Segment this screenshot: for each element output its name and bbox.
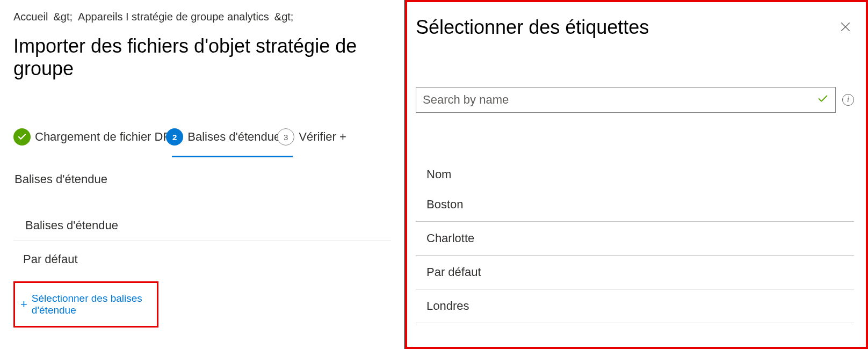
main-content: Accueil &gt; Appareils I stratégie de gr…: [0, 0, 406, 349]
tag-item[interactable]: Charlotte: [416, 222, 854, 256]
tag-item[interactable]: Londres: [416, 289, 854, 323]
step-file-upload[interactable]: Chargement de fichier DPO: [13, 128, 180, 146]
tag-list-header-name: Nom: [416, 161, 854, 188]
step-number-icon: 3: [277, 128, 294, 146]
page-title: Importer des fichiers d'objet stratégie …: [13, 35, 391, 80]
breadcrumb: Accueil &gt; Appareils I stratégie de gr…: [13, 11, 391, 23]
close-button[interactable]: [837, 18, 854, 35]
tag-item[interactable]: Par défaut: [416, 256, 854, 289]
plus-icon: +: [20, 299, 27, 310]
step-label: Balises d'étendue: [187, 130, 280, 144]
breadcrumb-devices-gpa[interactable]: Appareils I stratégie de groupe analytic…: [78, 11, 269, 23]
checkmark-icon: [817, 93, 829, 107]
stepper: Chargement de fichier DPO 2 Balises d'ét…: [13, 128, 391, 146]
active-step-underline: [172, 156, 293, 157]
highlight-flyout: Sélectionner des étiquettes i Nom Boston…: [405, 0, 868, 349]
info-icon[interactable]: i: [842, 94, 854, 106]
search-row: i: [416, 87, 854, 113]
column-header-scope-tags: Balises d'étendue: [13, 211, 391, 241]
step-label: Chargement de fichier DPO: [35, 130, 180, 144]
step-review[interactable]: 3 Vérifier +: [288, 128, 346, 146]
scope-tag-row-default: Par défaut: [13, 241, 391, 278]
flyout-header: Sélectionner des étiquettes: [416, 16, 854, 39]
checkmark-icon: [13, 128, 31, 146]
step-label: Vérifier +: [299, 130, 346, 144]
section-label: Balises d'étendue: [13, 172, 391, 186]
tag-item[interactable]: Boston: [416, 188, 854, 222]
highlight-add-scope-tags: + Sélectionner des balises d'étendue: [13, 281, 158, 328]
search-input[interactable]: [423, 93, 817, 107]
select-tags-flyout: Sélectionner des étiquettes i Nom Boston…: [407, 2, 866, 347]
step-scope-tags[interactable]: 2 Balises d'étendue: [187, 128, 280, 146]
breadcrumb-separator: &gt;: [53, 11, 73, 23]
select-scope-tags-label: Sélectionner des balises d'étendue: [32, 293, 151, 316]
step-number-icon: 2: [166, 128, 183, 146]
select-scope-tags-link[interactable]: + Sélectionner des balises d'étendue: [20, 293, 151, 316]
breadcrumb-home[interactable]: Accueil: [13, 11, 48, 23]
search-box[interactable]: [416, 87, 836, 113]
flyout-title: Sélectionner des étiquettes: [416, 16, 649, 39]
breadcrumb-separator: &gt;: [274, 11, 294, 23]
